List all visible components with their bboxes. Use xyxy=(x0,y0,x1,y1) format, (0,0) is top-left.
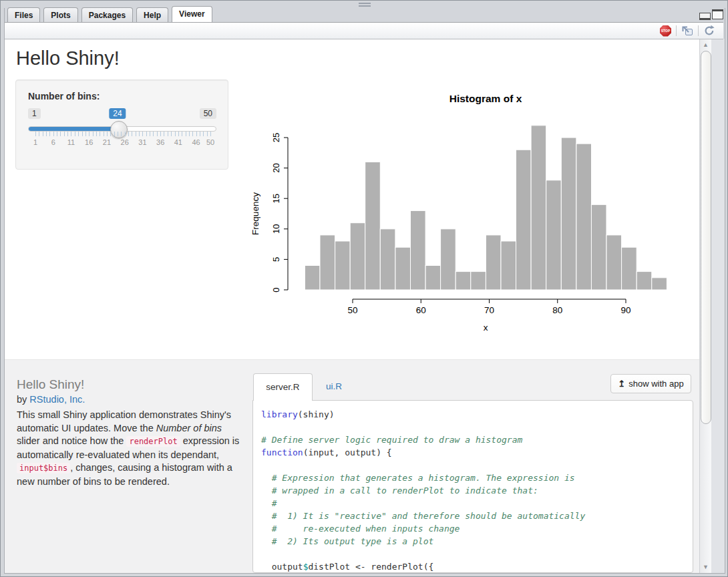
inline-code: renderPlot xyxy=(126,436,180,447)
histogram-bar xyxy=(395,247,411,290)
slider-tick xyxy=(168,132,168,136)
histogram-bar xyxy=(652,278,667,290)
code-line xyxy=(261,421,685,433)
histogram-bar xyxy=(380,229,395,290)
show-with-app-label: show with app xyxy=(628,379,683,389)
slider-grid: 16111621263136414650 xyxy=(35,132,210,149)
slider-tick-label: 16 xyxy=(85,138,93,146)
histogram-bar xyxy=(411,210,426,290)
slider-tick xyxy=(121,132,122,136)
slider-tick xyxy=(186,132,186,136)
slider-tick xyxy=(110,132,111,136)
histogram-bar xyxy=(591,204,606,290)
histogram-bar xyxy=(320,235,335,290)
histogram-bar xyxy=(546,180,562,290)
histogram-bar xyxy=(305,266,320,291)
tab-plots[interactable]: Plots xyxy=(43,7,77,22)
slider-tick xyxy=(139,132,140,136)
slider-tick xyxy=(203,132,204,136)
slider-min-badge: 1 xyxy=(28,108,41,119)
slider-tick xyxy=(160,132,161,136)
scroll-down-icon[interactable]: ▼ xyxy=(700,562,711,572)
histogram-bar xyxy=(561,138,576,290)
tab-packages[interactable]: Packages xyxy=(81,7,133,22)
slider-tick xyxy=(82,132,83,136)
emphasis-text: Number of bins xyxy=(156,423,222,433)
toolbar-separator xyxy=(698,25,699,36)
y-tick-label: 10 xyxy=(271,224,281,234)
popout-icon[interactable] xyxy=(681,25,693,36)
y-tick-label: 20 xyxy=(271,163,281,172)
vertical-scrollbar[interactable]: ▲ ▼ xyxy=(699,39,711,573)
tab-ui-r[interactable]: ui.R xyxy=(313,373,355,401)
slider-tick xyxy=(49,132,50,136)
code-line: # 1) It is "reactive" and therefore shou… xyxy=(261,510,685,522)
slider-max-badge: 50 xyxy=(200,108,216,119)
slider-tick xyxy=(107,132,108,136)
y-axis-title: Frequency xyxy=(250,192,260,235)
slider-tick xyxy=(136,132,136,136)
tab-server-r[interactable]: server.R xyxy=(253,373,313,401)
pane-grip[interactable] xyxy=(359,3,371,7)
slider-tick-label: 46 xyxy=(192,138,200,146)
tab-viewer[interactable]: Viewer xyxy=(172,6,212,22)
slider-tick xyxy=(207,132,208,136)
show-with-app-button[interactable]: ↥ show with app xyxy=(610,374,691,393)
slider-value-badge: 24 xyxy=(109,108,126,119)
slider-tick xyxy=(146,132,147,136)
slider-tick xyxy=(164,132,164,136)
page-title: Hello Shiny! xyxy=(16,47,120,69)
slider-tick xyxy=(157,132,158,136)
server-r-code: library(shiny) # Define server logic req… xyxy=(252,400,693,573)
tab-help[interactable]: Help xyxy=(136,7,168,22)
slider-tick xyxy=(150,132,150,136)
slider-tick xyxy=(189,132,190,136)
rstudio-link[interactable]: RStudio, Inc. xyxy=(29,394,85,405)
slider-tick xyxy=(132,132,132,136)
bins-slider-panel: Number of bins: 1 24 50 1611162126313641… xyxy=(15,79,228,170)
x-axis-title: x xyxy=(484,323,488,333)
slider-track[interactable] xyxy=(28,126,216,132)
stop-icon[interactable]: STOP xyxy=(660,25,671,37)
code-line xyxy=(261,548,685,560)
code-line: # wrapped in a call to renderPlot to ind… xyxy=(261,484,685,497)
code-line xyxy=(261,459,685,471)
slider-tick xyxy=(171,132,172,136)
slider-tick-label: 41 xyxy=(174,138,182,146)
scrollbar-thumb[interactable] xyxy=(701,51,711,424)
slider-tick xyxy=(35,132,36,136)
slider-tick-label: 21 xyxy=(103,138,111,146)
slider-tick xyxy=(57,132,57,136)
inline-code: input$bins xyxy=(17,463,70,473)
code-line: # Define server logic required to draw a… xyxy=(261,433,685,446)
slider-tick xyxy=(64,132,65,136)
y-tick-label: 5 xyxy=(271,257,281,262)
y-tick-label: 0 xyxy=(271,287,281,292)
y-tick-label: 15 xyxy=(271,194,281,203)
x-tick-label: 80 xyxy=(552,305,562,315)
histogram-bar xyxy=(531,126,546,290)
refresh-icon[interactable] xyxy=(703,25,715,37)
slider-tick xyxy=(100,132,100,136)
slider-tick-label: 31 xyxy=(138,138,146,146)
slider-tick xyxy=(43,132,43,136)
histogram-bar xyxy=(606,235,622,290)
slider-tick xyxy=(75,132,75,136)
histogram-bar xyxy=(622,247,637,290)
slider-tick xyxy=(71,132,71,136)
description-paragraph: This small Shiny application demonstrate… xyxy=(17,409,245,488)
slider-tick-label: 1 xyxy=(33,138,37,146)
scroll-up-icon[interactable]: ▲ xyxy=(700,39,711,50)
slider-tick xyxy=(96,132,97,136)
plot-title: Histogram of x xyxy=(449,93,522,104)
y-tick-label: 25 xyxy=(271,133,281,142)
slider-tick xyxy=(125,132,126,136)
byline: by RStudio, Inc. xyxy=(17,394,85,405)
description-heading: Hello Shiny! xyxy=(17,377,84,392)
slider-tick-label: 50 xyxy=(206,138,214,146)
tab-files[interactable]: Files xyxy=(7,7,40,22)
slider-tick xyxy=(128,132,129,136)
slider-tick xyxy=(78,132,79,136)
code-line: # 2) Its output type is a plot xyxy=(261,535,685,548)
x-tick-label: 70 xyxy=(484,305,494,315)
